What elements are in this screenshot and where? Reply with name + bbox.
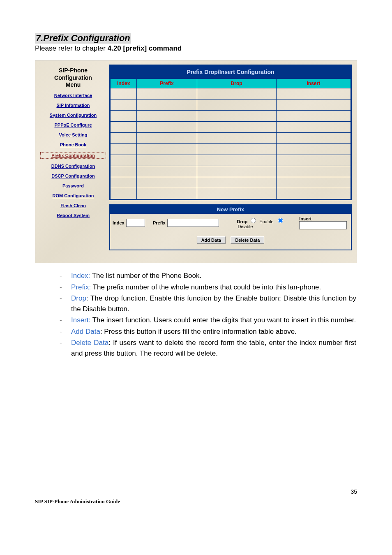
table-cell bbox=[111, 99, 137, 111]
sidebar-item-prefix-configuration[interactable]: Prefix Configuration bbox=[40, 152, 106, 159]
sidebar-item-system-configuration[interactable]: System Configuration bbox=[40, 113, 106, 118]
label-drop: Drop bbox=[237, 219, 248, 224]
list-item: Insert: The insert function. Users could… bbox=[60, 315, 357, 326]
term: Drop bbox=[71, 294, 86, 302]
label-index: Index bbox=[113, 220, 125, 225]
desc-text: The prefix number of the whole numbers t… bbox=[91, 283, 321, 291]
table-cell bbox=[276, 155, 350, 166]
table-cell bbox=[276, 88, 350, 99]
table-cell bbox=[137, 122, 197, 133]
list-item: Prefix: The prefix number of the whole n… bbox=[60, 282, 357, 293]
table-cell bbox=[197, 122, 276, 133]
th-insert: Insert bbox=[276, 79, 350, 88]
sidebar-item-reboot-system[interactable]: Reboot System bbox=[40, 213, 106, 218]
table-cell bbox=[197, 155, 276, 166]
screenshot-panel: SIP-Phone Configuration Menu Network Int… bbox=[35, 60, 357, 263]
footer-text: SIP SIP-Phone Administration Guide bbox=[35, 498, 120, 505]
sidebar-item-sip-information[interactable]: SIP Information bbox=[40, 103, 106, 108]
table-cell bbox=[111, 155, 137, 166]
table-row bbox=[111, 88, 351, 99]
term: Prefix: bbox=[71, 283, 91, 291]
intro-bold: 4.20 [prefix] command bbox=[108, 44, 182, 52]
list-item: Drop: The drop function. Enable this fun… bbox=[60, 293, 357, 314]
table-row bbox=[111, 177, 351, 188]
add-data-button[interactable]: Add Data bbox=[197, 236, 226, 244]
sidebar-item-voice-setting[interactable]: Voice Setting bbox=[40, 132, 106, 137]
sidebar-item-rom-configuration[interactable]: ROM Configuration bbox=[40, 193, 106, 198]
table-cell bbox=[197, 144, 276, 155]
th-index: Index bbox=[111, 79, 137, 88]
sidebar: SIP-Phone Configuration Menu Network Int… bbox=[40, 65, 106, 250]
table-row bbox=[111, 122, 351, 133]
sidebar-item-network-interface[interactable]: Network Interface bbox=[40, 93, 106, 98]
table-row bbox=[111, 155, 351, 166]
table-cell bbox=[137, 155, 197, 166]
radio-enable[interactable] bbox=[251, 218, 256, 223]
table-cell bbox=[276, 177, 350, 188]
label-enable: Enable bbox=[259, 219, 273, 224]
table-cell bbox=[197, 177, 276, 188]
config-table-wrap: Prefix Drop/Insert Configuration Index P… bbox=[109, 65, 352, 200]
table-cell bbox=[137, 144, 197, 155]
table-cell bbox=[111, 177, 137, 188]
table-cell bbox=[276, 166, 350, 177]
table-row bbox=[111, 99, 351, 111]
table-cell bbox=[111, 122, 137, 133]
th-prefix: Prefix bbox=[137, 79, 197, 88]
desc-text: If users want to delete the record form … bbox=[71, 339, 356, 357]
section-heading: 7.Prefix Configuration bbox=[35, 33, 131, 44]
term: Delete Data bbox=[71, 339, 108, 347]
list-item: Delete Data: If users want to delete the… bbox=[60, 338, 357, 358]
desc-text: Press this button if users fill the enti… bbox=[102, 328, 297, 335]
label-disable: Disable bbox=[238, 224, 253, 229]
sidebar-item-phone-book[interactable]: Phone Book bbox=[40, 142, 106, 147]
table-cell bbox=[276, 188, 350, 199]
sidebar-item-ddns-configuration[interactable]: DDNS Configuration bbox=[40, 164, 106, 169]
table-row bbox=[111, 133, 351, 144]
delete-data-button[interactable]: Delete Data bbox=[231, 236, 264, 244]
table-cell bbox=[276, 111, 350, 122]
table-cell bbox=[137, 188, 197, 199]
radio-disable[interactable] bbox=[278, 218, 283, 223]
intro-line: Please refer to chapter 4.20 [prefix] co… bbox=[35, 44, 357, 53]
table-cell bbox=[197, 111, 276, 122]
desc-text: The insert function. Users could enter t… bbox=[90, 316, 356, 324]
button-row: Add Data Delete Data bbox=[110, 232, 351, 250]
table-cell bbox=[197, 166, 276, 177]
term: Add Data bbox=[71, 328, 100, 335]
term: Index: bbox=[71, 272, 90, 280]
table-cell bbox=[197, 88, 276, 99]
th-drop: Drop bbox=[197, 79, 276, 88]
table-cell bbox=[137, 166, 197, 177]
table-cell bbox=[111, 88, 137, 99]
table-row bbox=[111, 166, 351, 177]
page-number: 35 bbox=[350, 488, 357, 495]
label-insert: Insert bbox=[299, 216, 311, 221]
panel-title: Prefix Drop/Insert Configuration bbox=[110, 65, 351, 79]
table-cell bbox=[137, 88, 197, 99]
table-cell bbox=[111, 111, 137, 122]
table-cell bbox=[137, 99, 197, 111]
new-prefix-row: Index Prefix Drop Enable Disable Insert bbox=[110, 214, 351, 232]
content-area: Prefix Drop/Insert Configuration Index P… bbox=[109, 65, 352, 250]
input-prefix[interactable] bbox=[167, 219, 219, 227]
table-row bbox=[111, 188, 351, 199]
label-prefix: Prefix bbox=[153, 220, 166, 225]
new-prefix-title: New Prefix bbox=[110, 205, 351, 214]
sidebar-item-flash-clean[interactable]: Flash Clean bbox=[40, 203, 106, 208]
term: Insert: bbox=[71, 316, 90, 324]
sidebar-item-dscp-configuration[interactable]: DSCP Configuration bbox=[40, 173, 106, 178]
input-insert[interactable] bbox=[299, 221, 347, 229]
table-cell bbox=[197, 188, 276, 199]
table-cell bbox=[137, 177, 197, 188]
desc-text: The drop function. Enable this function … bbox=[71, 294, 356, 313]
sidebar-item-password[interactable]: Password bbox=[40, 183, 106, 188]
table-cell bbox=[276, 99, 350, 111]
input-index[interactable] bbox=[126, 219, 145, 227]
table-cell bbox=[111, 133, 137, 144]
table-cell bbox=[197, 99, 276, 111]
table-cell bbox=[276, 133, 350, 144]
table-cell bbox=[111, 166, 137, 177]
sidebar-item-pppoe-configure[interactable]: PPPoE Configure bbox=[40, 123, 106, 127]
description-list: Index: The list number of the Phone Book… bbox=[60, 271, 357, 358]
